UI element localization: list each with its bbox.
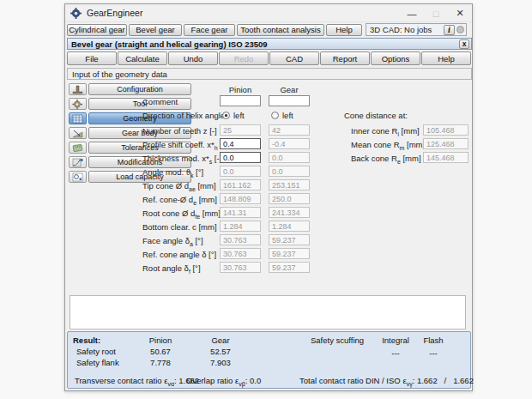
close-button[interactable]: ✕ <box>448 4 472 22</box>
safety-root-gear-value: 52.57 <box>196 347 245 356</box>
tip-cone-label: Tip cone Ø dae [mm] <box>142 181 216 192</box>
load-capacity-icon <box>69 171 87 183</box>
menu-cad-button[interactable]: CAD <box>269 51 319 65</box>
app-gear-icon <box>70 8 82 19</box>
thickness-mod-pinion-input[interactable] <box>220 152 261 163</box>
face-angle-label: Face angle δa [°] <box>142 236 203 247</box>
sidebar-item-configuration[interactable]: Configuration <box>69 83 191 95</box>
back-cone-field <box>423 152 469 163</box>
comment-gear-input[interactable] <box>269 95 310 106</box>
message-box <box>70 295 466 329</box>
helix-direction-label: Direction of helix angle <box>142 111 225 120</box>
back-cone-label: Back cone Re [mm] <box>351 154 421 165</box>
result-title: Result: <box>73 336 100 345</box>
profile-shift-pinion-input[interactable] <box>220 138 261 149</box>
tip-cone-gear-field <box>269 179 310 190</box>
menu-help-button[interactable]: Help <box>421 51 471 65</box>
gear-body-icon <box>69 127 87 139</box>
window-title: GearEngineer <box>87 8 142 18</box>
tab-tooth-contact-analysis[interactable]: Tooth contact analysis <box>237 24 324 36</box>
profile-shift-label: Profile shift coeff. x*h [-] <box>142 140 227 151</box>
document-title: Bevel gear (straight and helical gearing… <box>71 39 459 49</box>
safety-flank-label: Safety flank <box>76 358 119 367</box>
document-close-icon[interactable]: x <box>459 39 469 49</box>
angle-mod-label: Angle mod. ϑk [°] <box>142 167 203 178</box>
menu-file-button[interactable]: File <box>67 51 117 65</box>
tip-cone-pinion-field <box>220 179 261 190</box>
gear-helix-left-label: left <box>282 111 293 120</box>
pinion-helix-left-radio[interactable] <box>222 112 230 119</box>
menu-bar: File Calculate Undo Redo CAD Report Opti… <box>67 51 472 65</box>
thickness-mod-gear-field <box>269 152 310 163</box>
transverse-contact-ratio: Transverse contact ratio εvα: 1.662 <box>75 376 199 387</box>
flash-header: Flash <box>409 336 457 345</box>
section-header: Input of the geometry data <box>67 68 472 80</box>
profile-shift-gear-field <box>269 138 310 149</box>
menu-calculate-button[interactable]: Calculate <box>118 51 167 65</box>
comment-pinion-input[interactable] <box>220 95 261 106</box>
root-angle-gear-field <box>269 262 310 273</box>
safety-flank-pinion-value: 7.778 <box>136 358 184 367</box>
teeth-gear-field <box>269 124 310 136</box>
gearengineer-window: GearEngineer — □ ✕ Cylindrical gear Beve… <box>64 3 473 391</box>
tab-help[interactable]: Help <box>326 24 362 36</box>
ref-cone-dia-label: Ref. cone-Ø de [mm] <box>142 195 217 206</box>
cad-status-label: 3D CAD: No jobs <box>370 25 444 34</box>
title-bar[interactable]: GearEngineer — □ ✕ <box>65 4 472 22</box>
safety-flank-gear-value: 7.903 <box>196 358 245 367</box>
module-tab-row: Cylindrical gear Bevel gear Face gear To… <box>65 22 472 37</box>
maximize-button[interactable]: □ <box>424 4 448 22</box>
face-angle-gear-field <box>269 234 310 245</box>
tool-gear-icon <box>69 98 87 110</box>
window-controls: — □ ✕ <box>400 4 472 22</box>
menu-report-button[interactable]: Report <box>320 51 370 65</box>
inner-cone-field <box>423 124 469 136</box>
gear-helix-left-radio[interactable] <box>271 112 279 119</box>
menu-redo-button: Redo <box>219 51 269 65</box>
total-contact-ratio: Total contact ratio DIN / ISO εvγ: 1.662… <box>299 376 474 387</box>
ref-cone-angle-label: Ref. cone angle δ [°] <box>142 250 216 261</box>
ref-cone-dia-pinion-field <box>220 193 261 204</box>
bottom-clearance-pinion-field <box>220 221 261 232</box>
bottom-clearance-label: Bottom clear. c [mm] <box>142 222 217 233</box>
info-icon[interactable]: i <box>444 25 455 35</box>
ref-cone-angle-gear-field <box>269 248 310 259</box>
tab-cylindrical-gear[interactable]: Cylindrical gear <box>67 24 127 36</box>
safety-root-label: Safety root <box>76 347 116 356</box>
overlap-ratio: Overlap ratio εvβ: 0.0 <box>186 376 261 387</box>
root-cone-gear-field <box>269 207 310 218</box>
angle-mod-pinion-field <box>220 166 261 177</box>
result-panel: Result: Pinion Gear Safety scuffing Inte… <box>67 331 471 389</box>
menu-undo-button[interactable]: Undo <box>168 51 218 65</box>
section-title: Input of the geometry data <box>72 70 167 79</box>
ref-cone-dia-gear-field <box>269 193 310 204</box>
root-angle-label: Root angle δf [°] <box>142 263 201 275</box>
safety-root-pinion-value: 50.67 <box>136 347 184 356</box>
safety-scuffing-header: Safety scuffing <box>311 336 364 345</box>
angle-mod-gear-field <box>269 166 310 177</box>
scuffing-flash-value: --- <box>409 348 457 358</box>
face-angle-pinion-field <box>220 234 261 245</box>
mean-cone-label: Mean cone Rm [mm] <box>351 140 425 151</box>
desktop: GearEngineer — □ ✕ Cylindrical gear Beve… <box>0 0 532 399</box>
root-cone-label: Root cone Ø dfe [mm] <box>142 209 221 220</box>
comment-label: Comment <box>142 97 178 106</box>
menu-options-button[interactable]: Options <box>371 51 420 65</box>
ref-cone-angle-pinion-field <box>220 248 261 259</box>
sidebar-label: Configuration <box>88 83 191 95</box>
tolerances-ruler-icon <box>69 142 87 154</box>
pinion-column-header: Pinion <box>220 85 261 94</box>
result-pinion-header: Pinion <box>136 336 184 345</box>
tab-face-gear[interactable]: Face gear <box>184 24 235 36</box>
minimize-button[interactable]: — <box>400 4 424 22</box>
modifications-icon <box>69 156 87 168</box>
result-gear-header: Gear <box>196 336 245 345</box>
cone-distance-title: Cone distance at: <box>344 111 408 120</box>
gear-column-header: Gear <box>269 85 310 94</box>
document-bar: Bevel gear (straight and helical gearing… <box>67 38 472 50</box>
root-cone-pinion-field <box>220 207 261 218</box>
status-led-icon <box>456 26 464 33</box>
tab-bevel-gear[interactable]: Bevel gear <box>129 24 182 36</box>
cad-status-panel: 3D CAD: No jobs i <box>366 23 467 36</box>
inner-cone-label: Inner cone Ri [mm] <box>351 126 420 137</box>
